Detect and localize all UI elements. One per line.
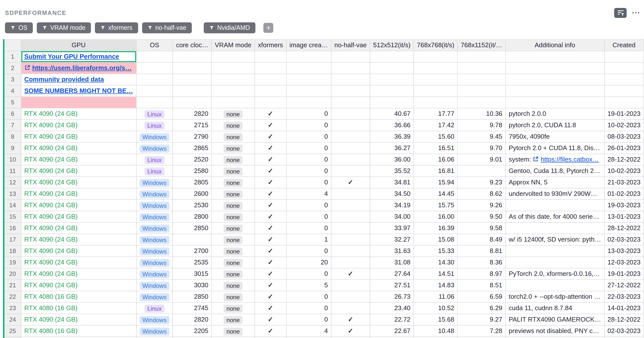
cell-core-clock[interactable]: 2790: [173, 131, 212, 142]
cell-768x1152[interactable]: [458, 165, 505, 177]
cell-no-half-vae[interactable]: [331, 291, 370, 302]
cell-512x512[interactable]: [370, 51, 414, 62]
cell-created[interactable]: [604, 74, 644, 85]
cell-no-half-vae[interactable]: [331, 108, 370, 120]
column-header-gpu[interactable]: GPU: [21, 40, 136, 51]
cell-created[interactable]: 01-02-2023: [604, 188, 644, 200]
cell-created[interactable]: 13-01-2023: [604, 211, 644, 222]
cell-xformers[interactable]: ✓: [255, 234, 286, 245]
cell-core-clock[interactable]: [173, 51, 212, 62]
cell-512x512[interactable]: 22.72: [370, 314, 414, 325]
cell-additional-info[interactable]: [506, 280, 604, 291]
cell-image-count[interactable]: [286, 62, 331, 74]
cell-xformers[interactable]: ✓: [255, 154, 286, 165]
cell-image-count[interactable]: 0: [286, 120, 331, 131]
cell-core-clock[interactable]: 2600: [173, 188, 212, 200]
gpu-link[interactable]: https://usem.liberaforms.org/s…: [32, 64, 132, 72]
cell-xformers[interactable]: ✓: [255, 268, 286, 280]
cell-created[interactable]: [604, 62, 644, 74]
cell-os[interactable]: Windows: [136, 280, 173, 291]
cell-vram-mode[interactable]: none: [212, 142, 255, 154]
cell-created[interactable]: 08-03-2023: [604, 131, 644, 142]
cell-os[interactable]: [136, 74, 173, 85]
cell-768x768[interactable]: 14.83: [414, 280, 458, 291]
cell-768x768[interactable]: 16.39: [414, 222, 458, 234]
cell-no-half-vae[interactable]: ✓: [331, 177, 370, 188]
cell-768x768[interactable]: 17.42: [414, 120, 458, 131]
cell-vram-mode[interactable]: none: [212, 302, 255, 314]
cell-xformers[interactable]: ✓: [255, 302, 286, 314]
cell-no-half-vae[interactable]: [331, 200, 370, 211]
cell-768x768[interactable]: [414, 337, 458, 338]
cell-image-count[interactable]: [286, 74, 331, 85]
cell-additional-info[interactable]: [506, 62, 604, 74]
row-number[interactable]: 14: [4, 200, 21, 211]
cell-additional-info[interactable]: previews not disabled, PNY c…: [506, 325, 604, 337]
cell-512x512[interactable]: 27.51: [370, 280, 414, 291]
cell-additional-info[interactable]: [506, 245, 604, 257]
cell-512x512[interactable]: 34.19: [370, 200, 414, 211]
cell-xformers[interactable]: ✓: [255, 165, 286, 177]
cell-gpu[interactable]: RTX 4090 (24 GB): [21, 268, 136, 280]
cell-512x512[interactable]: 36.27: [370, 142, 414, 154]
cell-vram-mode[interactable]: [212, 74, 255, 85]
cell-512x512[interactable]: 36.00: [370, 154, 414, 165]
filter-button-nvidia-amd[interactable]: Nvidia/AMD: [204, 22, 256, 33]
filter-button-xformers[interactable]: xformers: [95, 22, 138, 33]
cell-created[interactable]: 28-12-2022: [604, 314, 644, 325]
cell-768x768[interactable]: [414, 51, 458, 62]
cell-gpu[interactable]: RTX 4080 (16 GB): [21, 291, 136, 302]
cell-xformers[interactable]: ✓: [255, 211, 286, 222]
cell-additional-info[interactable]: Approx NN, 5: [506, 177, 604, 188]
cell-vram-mode[interactable]: [212, 62, 255, 74]
cell-vram-mode[interactable]: none: [212, 268, 255, 280]
cell-768x1152[interactable]: 8.36: [458, 257, 505, 268]
cell-created[interactable]: 02-03-2023: [604, 325, 644, 337]
cell-created[interactable]: 10-02-2023: [604, 165, 644, 177]
cell-xformers[interactable]: ✓: [255, 142, 286, 154]
cell-768x1152[interactable]: 9.58: [458, 222, 505, 234]
cell-no-half-vae[interactable]: [331, 302, 370, 314]
cell-vram-mode[interactable]: none: [212, 165, 255, 177]
cell-512x512[interactable]: 40.67: [370, 108, 414, 120]
cell-os[interactable]: Windows: [136, 325, 173, 337]
cell-created[interactable]: 22-03-2023: [604, 291, 644, 302]
cell-768x768[interactable]: 16.06: [414, 154, 458, 165]
cell-768x1152[interactable]: 10.36: [458, 108, 505, 120]
cell-additional-info[interactable]: PyTorch 2.0, xformers-0.0.16,…: [506, 268, 604, 280]
cell-768x1152[interactable]: 9.23: [458, 177, 505, 188]
cell-core-clock[interactable]: 2530: [173, 200, 212, 211]
cell-512x512[interactable]: [370, 85, 414, 97]
cell-512x512[interactable]: 23.40: [370, 302, 414, 314]
cell-additional-info[interactable]: [506, 85, 604, 97]
cell-image-count[interactable]: 0: [286, 211, 331, 222]
cell-image-count[interactable]: 0: [286, 154, 331, 165]
cell-xformers[interactable]: ✓: [255, 200, 286, 211]
cell-gpu[interactable]: RTX 4090 (24 GB): [21, 108, 136, 120]
cell-created[interactable]: 28-12-2022: [604, 154, 644, 165]
cell-768x768[interactable]: [414, 74, 458, 85]
cell-vram-mode[interactable]: none: [212, 222, 255, 234]
cell-core-clock[interactable]: [173, 337, 212, 338]
cell-os[interactable]: [136, 85, 173, 97]
cell-vram-mode[interactable]: none: [212, 131, 255, 142]
cell-768x1152[interactable]: 9.78: [458, 120, 505, 131]
cell-512x512[interactable]: 27.64: [370, 268, 414, 280]
cell-gpu[interactable]: SOME NUMBERS MIGHT NOT BE…: [21, 85, 136, 97]
cell-768x1152[interactable]: 9.50: [458, 211, 505, 222]
cell-os[interactable]: Windows: [136, 211, 173, 222]
cell-gpu[interactable]: RTX 4090 (24 GB): [21, 257, 136, 268]
cell-gpu[interactable]: RTX 4090 (24 GB): [21, 314, 136, 325]
row-number[interactable]: 17: [4, 234, 21, 245]
cell-created[interactable]: 12-03-2023: [604, 257, 644, 268]
cell-image-count[interactable]: 5: [286, 280, 331, 291]
cell-additional-info[interactable]: [506, 257, 604, 268]
row-number[interactable]: 11: [4, 165, 21, 177]
cell-image-count[interactable]: [286, 51, 331, 62]
cell-image-count[interactable]: [286, 337, 331, 338]
column-header-additional-info[interactable]: Additional info: [506, 40, 604, 51]
cell-core-clock[interactable]: 2745: [173, 302, 212, 314]
cell-no-half-vae[interactable]: [331, 74, 370, 85]
row-number-header[interactable]: [4, 40, 21, 51]
cell-created[interactable]: [604, 337, 644, 338]
